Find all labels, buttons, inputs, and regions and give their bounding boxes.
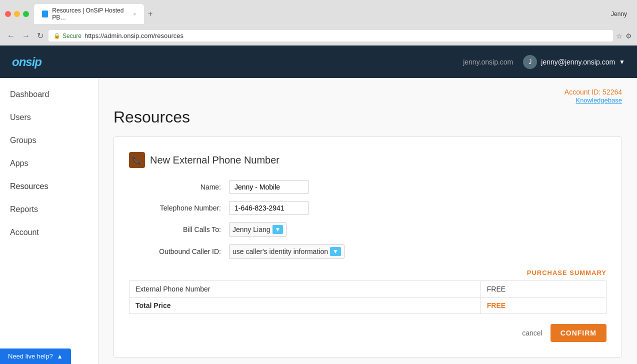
section-header: 📞 New External Phone Number [129, 152, 606, 168]
bill-calls-row: Bill Calls To: Jenny Liang ▼ [129, 222, 606, 237]
forward-button[interactable]: → [20, 30, 32, 42]
browser-title-bar: Resources | OnSiP Hosted PB… × + Jenny [5, 4, 632, 24]
user-email: jenny@jenny.onsip.com [541, 58, 615, 66]
tab-close-button[interactable]: × [133, 12, 136, 17]
outbound-caller-row: Outbound Caller ID: use caller's identit… [129, 244, 606, 259]
tab-title: Resources | OnSiP Hosted PB… [52, 7, 129, 21]
logo: onsip [12, 55, 42, 69]
live-help-button[interactable]: Need live help? ▲ [0, 348, 71, 364]
outbound-caller-value: use caller's identity information [232, 248, 328, 256]
logo-text: onsip [12, 55, 42, 68]
lock-icon: 🔒 [54, 32, 60, 39]
telephone-row: Telephone Number: [129, 201, 606, 215]
outbound-caller-arrow[interactable]: ▼ [330, 247, 341, 256]
chevron-down-icon: ▼ [619, 58, 625, 66]
new-tab-button[interactable]: + [144, 10, 156, 18]
avatar: J [523, 55, 537, 69]
browser-dots [5, 11, 29, 17]
user-menu[interactable]: J jenny@jenny.onsip.com ▼ [523, 55, 625, 69]
knowledgebase-link[interactable]: Knowledgebase [576, 96, 622, 104]
name-row: Name: [129, 180, 606, 194]
browser-tab[interactable]: Resources | OnSiP Hosted PB… × [34, 4, 144, 24]
bookmark-icon[interactable]: ☆ [616, 32, 622, 40]
outbound-caller-select[interactable]: use caller's identity information ▼ [229, 244, 344, 259]
bill-calls-select[interactable]: Jenny Liang ▼ [229, 222, 286, 237]
account-domain: jenny.onsip.com [463, 58, 513, 66]
app: onsip jenny.onsip.com J jenny@jenny.onsi… [0, 46, 637, 364]
sidebar-item-resources[interactable]: Resources [0, 175, 98, 198]
sidebar-item-groups[interactable]: Groups [0, 129, 98, 152]
live-help-label: Need live help? [8, 352, 53, 360]
total-label: Total Price [130, 298, 481, 314]
sidebar: Dashboard Users Groups Apps Resources Re… [0, 78, 98, 364]
secure-badge: 🔒 Secure [54, 32, 82, 40]
sidebar-item-apps[interactable]: Apps [0, 152, 98, 175]
bill-calls-value: Jenny Liang [232, 226, 270, 234]
confirm-button[interactable]: CONFIRM [550, 324, 606, 342]
table-row: External Phone Number FREE [130, 281, 606, 298]
refresh-button[interactable]: ↻ [35, 29, 46, 42]
summary-table: External Phone Number FREE Total Price F… [129, 280, 606, 314]
telephone-label: Telephone Number: [129, 204, 229, 212]
extensions-icon[interactable]: ⚙ [626, 32, 632, 40]
main-content: Account ID: 52264 Knowledgebase Resource… [98, 78, 637, 364]
section-title: New External Phone Number [150, 154, 280, 166]
form-card: 📞 New External Phone Number Name: Teleph… [114, 136, 622, 358]
item-label: External Phone Number [130, 281, 481, 298]
cancel-button[interactable]: cancel [522, 329, 542, 337]
tab-favicon [42, 10, 48, 18]
table-row: Total Price FREE [130, 298, 606, 314]
maximize-dot[interactable] [23, 11, 29, 17]
live-help-chevron-icon: ▲ [57, 353, 63, 360]
name-label: Name: [129, 183, 229, 191]
page-title: Resources [114, 108, 622, 126]
action-row: cancel CONFIRM [129, 324, 606, 342]
outbound-caller-label: Outbound Caller ID: [129, 248, 229, 256]
minimize-dot[interactable] [14, 11, 20, 17]
browser-chrome: Resources | OnSiP Hosted PB… × + Jenny ←… [0, 0, 637, 46]
sidebar-item-dashboard[interactable]: Dashboard [0, 83, 98, 106]
close-dot[interactable] [5, 11, 11, 17]
bill-calls-arrow[interactable]: ▼ [272, 225, 284, 234]
browser-toolbar: ← → ↻ 🔒 Secure https://admin.onsip.com/r… [5, 27, 632, 46]
url-text[interactable]: https://admin.onsip.com/resources [84, 32, 608, 40]
header-right: jenny.onsip.com J jenny@jenny.onsip.com … [463, 55, 625, 69]
toolbar-actions: ☆ ⚙ [616, 32, 632, 40]
account-id: Account ID: 52264 [114, 88, 622, 96]
bill-calls-label: Bill Calls To: [129, 226, 229, 234]
telephone-input[interactable] [229, 201, 309, 215]
phone-icon-symbol: 📞 [132, 156, 142, 165]
phone-icon: 📞 [129, 152, 145, 168]
purchase-summary: PURCHASE SUMMARY External Phone Number F… [129, 269, 606, 314]
item-price: FREE [480, 281, 606, 298]
sidebar-item-account[interactable]: Account [0, 221, 98, 244]
sidebar-item-users[interactable]: Users [0, 106, 98, 129]
app-body: Dashboard Users Groups Apps Resources Re… [0, 78, 637, 364]
browser-user-label: Jenny [611, 10, 632, 18]
secure-label: Secure [62, 32, 82, 40]
name-input[interactable] [229, 180, 309, 194]
app-header: onsip jenny.onsip.com J jenny@jenny.onsi… [0, 46, 637, 78]
address-bar[interactable]: 🔒 Secure https://admin.onsip.com/resourc… [48, 30, 613, 42]
back-button[interactable]: ← [5, 30, 17, 42]
total-price: FREE [480, 298, 606, 314]
sidebar-item-reports[interactable]: Reports [0, 198, 98, 221]
account-info: Account ID: 52264 Knowledgebase [114, 88, 622, 104]
purchase-summary-title: PURCHASE SUMMARY [129, 269, 606, 276]
